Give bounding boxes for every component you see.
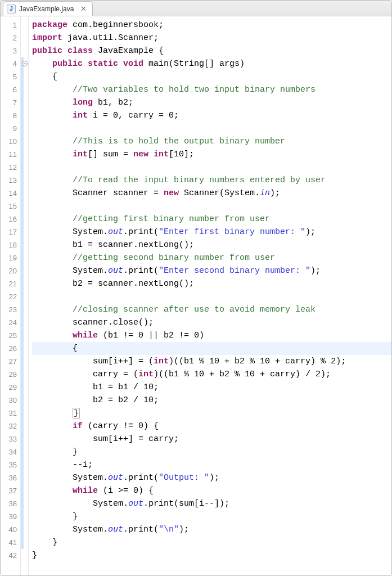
code-line[interactable]: { <box>32 342 391 355</box>
change-marker <box>21 394 24 407</box>
marker-cell <box>21 213 28 226</box>
code-line[interactable]: b2 = scanner.nextLong(); <box>32 277 391 290</box>
code-line[interactable]: } <box>32 549 391 562</box>
code-line[interactable]: int i = 0, carry = 0; <box>32 109 391 122</box>
line-number: 16 <box>1 213 20 226</box>
code-line[interactable]: //To read the input binary numbers enter… <box>32 174 391 187</box>
code-line[interactable]: public static void main(String[] args) <box>32 57 391 70</box>
code-line[interactable]: } <box>32 510 391 523</box>
line-number: 24 <box>1 316 20 329</box>
folding-marker-strip: − <box>21 16 29 575</box>
marker-cell <box>21 32 28 44</box>
code-line[interactable]: } <box>32 446 391 458</box>
marker-cell <box>21 394 28 407</box>
change-marker <box>21 109 24 122</box>
fold-toggle-icon[interactable]: − <box>22 61 28 66</box>
code-line[interactable]: Scanner scanner = new Scanner(System.in)… <box>32 187 391 200</box>
code-line[interactable]: while (b1 != 0 || b2 != 0) <box>32 329 391 342</box>
marker-cell <box>21 433 28 446</box>
code-line[interactable]: System.out.print("Enter first binary num… <box>32 226 391 238</box>
code-line[interactable] <box>32 290 391 303</box>
line-number: 10 <box>1 135 20 148</box>
code-line[interactable] <box>32 161 391 174</box>
change-marker <box>21 536 24 549</box>
code-line[interactable]: b2 = b2 / 10; <box>32 394 391 407</box>
code-line[interactable]: //getting first binary number from user <box>32 213 391 226</box>
code-line[interactable]: //Two variables to hold two input binary… <box>32 83 391 96</box>
editor-window: J JavaExample.java ✕ 1234567891011121314… <box>0 0 392 576</box>
line-number-gutter: 1234567891011121314151617181920212223242… <box>1 16 21 575</box>
marker-cell <box>21 44 28 57</box>
code-line[interactable]: scanner.close(); <box>32 316 391 329</box>
marker-cell <box>21 420 28 433</box>
marker-cell: − <box>21 57 28 70</box>
line-number: 29 <box>1 381 20 394</box>
code-line[interactable]: System.out.print("\n"); <box>32 523 391 536</box>
code-line[interactable]: //getting second binary number from user <box>32 251 391 264</box>
change-marker <box>21 381 24 394</box>
code-line[interactable]: import java.util.Scanner; <box>32 32 391 44</box>
marker-cell <box>21 458 28 471</box>
change-marker <box>21 523 24 536</box>
tab-bar: J JavaExample.java ✕ <box>1 1 391 16</box>
change-marker <box>21 420 24 433</box>
change-marker <box>21 433 24 446</box>
code-line[interactable]: } <box>32 407 391 420</box>
editor-tab[interactable]: J JavaExample.java ✕ <box>3 1 93 16</box>
change-marker <box>21 122 24 135</box>
code-line[interactable]: } <box>32 536 391 549</box>
code-line[interactable]: b1 = scanner.nextLong(); <box>32 238 391 251</box>
change-marker <box>21 471 24 484</box>
code-line[interactable]: { <box>32 70 391 83</box>
marker-cell <box>21 187 28 200</box>
line-number: 11 <box>1 148 20 161</box>
marker-cell <box>21 83 28 96</box>
marker-cell <box>21 238 28 251</box>
code-line[interactable]: public class JavaExample { <box>32 44 391 57</box>
code-line[interactable] <box>32 200 391 213</box>
code-line[interactable]: carry = (int)((b1 % 10 + b2 % 10 + carry… <box>32 368 391 381</box>
line-number: 42 <box>1 549 20 562</box>
code-line[interactable]: package com.beginnersbook; <box>32 19 391 32</box>
marker-cell <box>21 510 28 523</box>
code-line[interactable]: if (carry != 0) { <box>32 420 391 433</box>
code-line[interactable]: System.out.print("Enter second binary nu… <box>32 264 391 277</box>
change-marker <box>21 484 24 497</box>
change-marker <box>21 458 24 471</box>
change-marker <box>21 355 24 368</box>
change-marker <box>21 226 24 238</box>
marker-cell <box>21 251 28 264</box>
marker-cell <box>21 342 28 355</box>
close-icon[interactable]: ✕ <box>80 5 87 12</box>
marker-cell <box>21 109 28 122</box>
change-marker <box>21 96 24 109</box>
java-file-icon: J <box>7 4 16 14</box>
marker-cell <box>21 355 28 368</box>
code-line[interactable]: --i; <box>32 458 391 471</box>
code-line[interactable]: System.out.print("Output: "); <box>32 471 391 484</box>
line-number: 30 <box>1 394 20 407</box>
marker-cell <box>21 135 28 148</box>
marker-cell <box>21 290 28 303</box>
code-line[interactable]: sum[i++] = carry; <box>32 433 391 446</box>
line-number: 13 <box>1 174 20 187</box>
source-code-view[interactable]: package com.beginnersbook;import java.ut… <box>29 16 391 575</box>
code-line[interactable]: long b1, b2; <box>32 96 391 109</box>
change-marker <box>21 200 24 213</box>
code-line[interactable]: //closing scanner after use to avoid mem… <box>32 303 391 316</box>
line-number: 2 <box>1 32 20 44</box>
code-line[interactable]: b1 = b1 / 10; <box>32 381 391 394</box>
code-line[interactable]: int[] sum = new int[10]; <box>32 148 391 161</box>
change-marker <box>21 174 24 187</box>
code-area: 1234567891011121314151617181920212223242… <box>1 16 391 575</box>
code-line[interactable] <box>32 122 391 135</box>
line-number: 5 <box>1 70 20 83</box>
marker-cell <box>21 316 28 329</box>
line-number: 14 <box>1 187 20 200</box>
marker-cell <box>21 148 28 161</box>
code-line[interactable]: while (i >= 0) { <box>32 484 391 497</box>
line-number: 12 <box>1 161 20 174</box>
code-line[interactable]: //This is to hold the output binary numb… <box>32 135 391 148</box>
code-line[interactable]: sum[i++] = (int)((b1 % 10 + b2 % 10 + ca… <box>32 355 391 368</box>
code-line[interactable]: System.out.print(sum[i--]); <box>32 497 391 510</box>
